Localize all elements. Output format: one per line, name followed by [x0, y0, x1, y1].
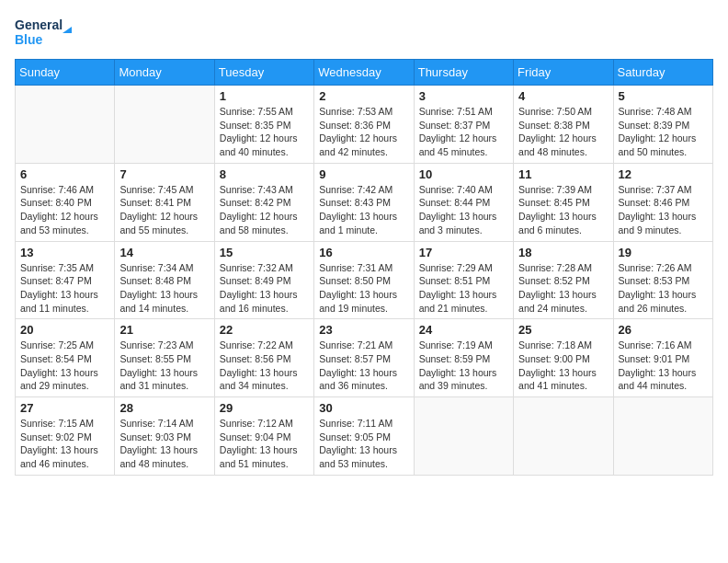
calendar-cell	[115, 86, 214, 164]
cell-info: Sunrise: 7:51 AM Sunset: 8:37 PM Dayligh…	[419, 105, 508, 159]
calendar-cell: 25Sunrise: 7:18 AM Sunset: 9:00 PM Dayli…	[514, 319, 613, 397]
cell-info: Sunrise: 7:50 AM Sunset: 8:38 PM Dayligh…	[518, 105, 608, 159]
svg-text:Blue: Blue	[15, 32, 43, 47]
cell-info: Sunrise: 7:26 AM Sunset: 8:53 PM Dayligh…	[619, 261, 708, 316]
calendar-cell: 29Sunrise: 7:12 AM Sunset: 9:04 PM Dayli…	[214, 397, 313, 476]
calendar-cell: 26Sunrise: 7:16 AM Sunset: 9:01 PM Dayli…	[613, 319, 712, 397]
logo: GeneralBlue	[15, 15, 79, 52]
calendar-cell: 24Sunrise: 7:19 AM Sunset: 8:59 PM Dayli…	[414, 319, 513, 397]
cell-info: Sunrise: 7:35 AM Sunset: 8:47 PM Dayligh…	[20, 261, 109, 316]
day-number: 5	[619, 89, 708, 103]
calendar-cell	[613, 397, 712, 476]
cell-info: Sunrise: 7:28 AM Sunset: 8:52 PM Dayligh…	[518, 261, 608, 316]
cell-info: Sunrise: 7:55 AM Sunset: 8:35 PM Dayligh…	[220, 105, 309, 159]
cell-info: Sunrise: 7:34 AM Sunset: 8:48 PM Dayligh…	[119, 261, 209, 316]
day-number: 26	[619, 323, 708, 337]
cell-info: Sunrise: 7:14 AM Sunset: 9:03 PM Dayligh…	[119, 417, 209, 471]
calendar-cell: 20Sunrise: 7:25 AM Sunset: 8:54 PM Dayli…	[16, 319, 115, 397]
logo-svg: GeneralBlue	[15, 15, 79, 52]
day-header-sunday: Sunday	[16, 60, 115, 86]
day-header-monday: Monday	[115, 60, 214, 86]
calendar-cell	[16, 86, 115, 164]
calendar-cell: 13Sunrise: 7:35 AM Sunset: 8:47 PM Dayli…	[16, 241, 115, 319]
cell-info: Sunrise: 7:40 AM Sunset: 8:44 PM Dayligh…	[419, 183, 508, 237]
calendar-cell: 18Sunrise: 7:28 AM Sunset: 8:52 PM Dayli…	[514, 241, 613, 319]
day-number: 15	[220, 246, 309, 259]
day-number: 9	[319, 167, 408, 181]
calendar-cell: 2Sunrise: 7:53 AM Sunset: 8:36 PM Daylig…	[314, 86, 414, 164]
calendar-cell: 11Sunrise: 7:39 AM Sunset: 8:45 PM Dayli…	[514, 163, 613, 241]
day-number: 1	[220, 89, 309, 103]
day-number: 17	[419, 246, 508, 259]
day-number: 2	[319, 89, 408, 103]
calendar-week-2: 6Sunrise: 7:46 AM Sunset: 8:40 PM Daylig…	[16, 163, 713, 241]
cell-info: Sunrise: 7:45 AM Sunset: 8:41 PM Dayligh…	[119, 183, 209, 237]
day-header-friday: Friday	[514, 60, 613, 86]
day-number: 21	[119, 323, 209, 337]
day-number: 30	[319, 401, 408, 415]
calendar-cell: 19Sunrise: 7:26 AM Sunset: 8:53 PM Dayli…	[613, 241, 712, 319]
calendar-cell: 6Sunrise: 7:46 AM Sunset: 8:40 PM Daylig…	[16, 163, 115, 241]
cell-info: Sunrise: 7:46 AM Sunset: 8:40 PM Dayligh…	[20, 183, 109, 237]
calendar-cell: 12Sunrise: 7:37 AM Sunset: 8:46 PM Dayli…	[613, 163, 712, 241]
day-number: 18	[518, 246, 608, 259]
day-number: 28	[119, 401, 209, 415]
day-number: 12	[619, 167, 708, 181]
cell-info: Sunrise: 7:12 AM Sunset: 9:04 PM Dayligh…	[220, 417, 309, 471]
cell-info: Sunrise: 7:43 AM Sunset: 8:42 PM Dayligh…	[220, 183, 309, 237]
calendar-week-3: 13Sunrise: 7:35 AM Sunset: 8:47 PM Dayli…	[16, 241, 713, 319]
cell-info: Sunrise: 7:42 AM Sunset: 8:43 PM Dayligh…	[319, 183, 408, 237]
calendar-cell: 7Sunrise: 7:45 AM Sunset: 8:41 PM Daylig…	[115, 163, 214, 241]
cell-info: Sunrise: 7:21 AM Sunset: 8:57 PM Dayligh…	[319, 339, 408, 393]
calendar-cell: 14Sunrise: 7:34 AM Sunset: 8:48 PM Dayli…	[115, 241, 214, 319]
calendar-cell: 21Sunrise: 7:23 AM Sunset: 8:55 PM Dayli…	[115, 319, 214, 397]
day-number: 23	[319, 323, 408, 337]
day-number: 13	[20, 246, 109, 259]
calendar-cell: 9Sunrise: 7:42 AM Sunset: 8:43 PM Daylig…	[314, 163, 414, 241]
day-number: 25	[518, 323, 608, 337]
day-number: 24	[419, 323, 508, 337]
day-number: 16	[319, 246, 408, 259]
cell-info: Sunrise: 7:39 AM Sunset: 8:45 PM Dayligh…	[518, 183, 608, 237]
calendar-header-row: SundayMondayTuesdayWednesdayThursdayFrid…	[16, 60, 713, 86]
day-header-saturday: Saturday	[613, 60, 712, 86]
day-header-thursday: Thursday	[414, 60, 513, 86]
calendar-cell: 5Sunrise: 7:48 AM Sunset: 8:39 PM Daylig…	[613, 86, 712, 164]
day-number: 27	[20, 401, 109, 415]
calendar-cell: 17Sunrise: 7:29 AM Sunset: 8:51 PM Dayli…	[414, 241, 513, 319]
day-number: 19	[619, 246, 708, 259]
cell-info: Sunrise: 7:19 AM Sunset: 8:59 PM Dayligh…	[419, 339, 508, 393]
day-number: 6	[20, 167, 109, 181]
calendar-cell: 10Sunrise: 7:40 AM Sunset: 8:44 PM Dayli…	[414, 163, 513, 241]
calendar-cell: 22Sunrise: 7:22 AM Sunset: 8:56 PM Dayli…	[214, 319, 313, 397]
calendar-cell: 28Sunrise: 7:14 AM Sunset: 9:03 PM Dayli…	[115, 397, 214, 476]
calendar-cell: 8Sunrise: 7:43 AM Sunset: 8:42 PM Daylig…	[214, 163, 313, 241]
calendar-cell	[514, 397, 613, 476]
cell-info: Sunrise: 7:15 AM Sunset: 9:02 PM Dayligh…	[20, 417, 109, 471]
day-number: 4	[518, 89, 608, 103]
cell-info: Sunrise: 7:16 AM Sunset: 9:01 PM Dayligh…	[619, 339, 708, 393]
cell-info: Sunrise: 7:23 AM Sunset: 8:55 PM Dayligh…	[119, 339, 209, 393]
calendar-week-4: 20Sunrise: 7:25 AM Sunset: 8:54 PM Dayli…	[16, 319, 713, 397]
cell-info: Sunrise: 7:22 AM Sunset: 8:56 PM Dayligh…	[220, 339, 309, 393]
calendar-cell: 15Sunrise: 7:32 AM Sunset: 8:49 PM Dayli…	[214, 241, 313, 319]
cell-info: Sunrise: 7:18 AM Sunset: 9:00 PM Dayligh…	[518, 339, 608, 393]
calendar-cell: 23Sunrise: 7:21 AM Sunset: 8:57 PM Dayli…	[314, 319, 414, 397]
cell-info: Sunrise: 7:48 AM Sunset: 8:39 PM Dayligh…	[619, 105, 708, 159]
calendar-cell: 16Sunrise: 7:31 AM Sunset: 8:50 PM Dayli…	[314, 241, 414, 319]
cell-info: Sunrise: 7:25 AM Sunset: 8:54 PM Dayligh…	[20, 339, 109, 393]
day-number: 10	[419, 167, 508, 181]
calendar-cell: 4Sunrise: 7:50 AM Sunset: 8:38 PM Daylig…	[514, 86, 613, 164]
day-number: 20	[20, 323, 109, 337]
cell-info: Sunrise: 7:53 AM Sunset: 8:36 PM Dayligh…	[319, 105, 408, 159]
calendar-cell	[414, 397, 513, 476]
day-number: 22	[220, 323, 309, 337]
day-number: 8	[220, 167, 309, 181]
page-header: GeneralBlue	[15, 15, 713, 52]
day-number: 11	[518, 167, 608, 181]
calendar-table: SundayMondayTuesdayWednesdayThursdayFrid…	[15, 59, 713, 476]
day-header-wednesday: Wednesday	[314, 60, 414, 86]
calendar-cell: 1Sunrise: 7:55 AM Sunset: 8:35 PM Daylig…	[214, 86, 313, 164]
cell-info: Sunrise: 7:11 AM Sunset: 9:05 PM Dayligh…	[319, 417, 408, 471]
svg-marker-2	[63, 27, 72, 33]
